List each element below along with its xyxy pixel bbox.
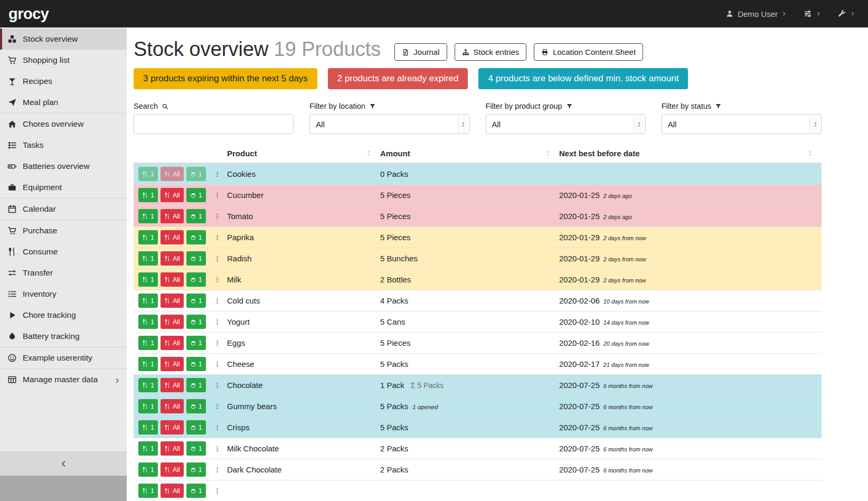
row-context-menu-button[interactable] <box>212 233 223 242</box>
sidebar-item-manage-master-data[interactable]: Manage master data <box>0 369 127 390</box>
row-context-menu-button[interactable] <box>212 318 223 326</box>
open-1-button[interactable]: 1 <box>186 462 206 477</box>
consume-1-button[interactable]: 1 <box>138 462 158 477</box>
banner-danger[interactable]: 2 products are already expired <box>328 68 468 89</box>
sidebar-item-shopping-list[interactable]: Shopping list <box>0 50 127 71</box>
consume-1-button[interactable]: 1 <box>138 378 158 392</box>
row-context-menu-button[interactable] <box>212 339 223 347</box>
filter-select[interactable]: All <box>309 114 469 134</box>
open-1-button[interactable]: 1 <box>186 230 206 244</box>
consume-1-button[interactable]: 1 <box>138 272 158 287</box>
consume-all-button[interactable]: All <box>161 294 184 308</box>
sidebar-item-tasks[interactable]: Tasks <box>0 135 127 156</box>
location-content-sheet-button[interactable]: Location Content Sheet <box>534 43 643 61</box>
consume-1-button[interactable]: 1 <box>138 251 158 266</box>
row-context-menu-button[interactable] <box>212 381 223 390</box>
filter-select[interactable]: All <box>486 114 646 134</box>
open-1-button[interactable]: 1 <box>186 209 206 223</box>
open-1-button[interactable]: 1 <box>186 484 206 498</box>
settings-menu[interactable] <box>804 10 821 18</box>
sidebar-item-equipment[interactable]: Equipment <box>0 177 127 198</box>
sidebar-item-example-userentity[interactable]: Example userentity <box>0 347 127 368</box>
consume-all-button[interactable]: All <box>161 441 184 456</box>
journal-button[interactable]: Journal <box>394 43 447 61</box>
consume-all-button[interactable]: All <box>161 230 184 244</box>
sidebar-item-stock-overview[interactable]: Stock overview <box>0 29 127 50</box>
consume-all-button[interactable]: All <box>161 209 184 223</box>
sidebar-item-purchase[interactable]: Purchase <box>0 220 127 241</box>
consume-all-button[interactable]: All <box>161 420 184 434</box>
row-context-menu-button[interactable] <box>212 212 223 221</box>
open-1-button[interactable]: 1 <box>186 167 206 181</box>
open-1-button[interactable]: 1 <box>186 251 206 266</box>
consume-1-button[interactable]: 1 <box>138 315 158 329</box>
banner-info[interactable]: 4 products are below defined min. stock … <box>478 68 688 89</box>
open-1-button[interactable]: 1 <box>186 420 206 434</box>
sidebar-collapse-button[interactable] <box>0 451 127 476</box>
open-1-button[interactable]: 1 <box>186 315 206 329</box>
row-context-menu-button[interactable] <box>212 487 223 495</box>
consume-all-button[interactable]: All <box>161 336 184 350</box>
sidebar-item-chore-tracking[interactable]: Chore tracking <box>0 305 127 326</box>
row-context-menu-button[interactable] <box>212 360 223 368</box>
open-1-button[interactable]: 1 <box>186 378 206 392</box>
column-date[interactable]: Next best before date <box>559 146 822 163</box>
consume-1-button[interactable]: 1 <box>138 399 158 413</box>
consume-1-button[interactable]: 1 <box>138 209 158 223</box>
consume-1-button[interactable]: 1 <box>138 441 158 456</box>
consume-all-button[interactable]: All <box>161 315 184 329</box>
sidebar-item-meal-plan[interactable]: Meal plan <box>0 92 127 113</box>
consume-1-button[interactable]: 1 <box>138 420 158 434</box>
consume-1-button[interactable]: 1 <box>138 294 158 308</box>
consume-all-button[interactable]: All <box>161 484 184 498</box>
stock-entries-button[interactable]: Stock entries <box>455 43 527 61</box>
consume-all-button[interactable]: All <box>161 462 184 477</box>
open-1-button[interactable]: 1 <box>186 272 206 287</box>
sidebar-item-chores-overview[interactable]: Chores overview <box>0 114 127 135</box>
open-1-button[interactable]: 1 <box>186 336 206 350</box>
row-context-menu-button[interactable] <box>212 297 223 305</box>
row-context-menu-button[interactable] <box>212 402 223 411</box>
consume-all-button[interactable]: All <box>161 378 184 392</box>
row-context-menu-button[interactable] <box>212 191 223 200</box>
consume-all-button[interactable]: All <box>161 251 184 266</box>
consume-all-button[interactable]: All <box>161 188 184 202</box>
sidebar-item-inventory[interactable]: Inventory <box>0 283 127 305</box>
utensils-icon <box>164 213 171 220</box>
sidebar-item-recipes[interactable]: Recipes <box>0 71 127 92</box>
row-context-menu-button[interactable] <box>212 466 223 474</box>
user-menu[interactable]: Demo User <box>725 10 787 18</box>
filter-select[interactable]: All <box>662 114 822 134</box>
consume-1-button[interactable]: 1 <box>138 357 158 371</box>
row-context-menu-button[interactable] <box>212 423 223 432</box>
row-context-menu-button[interactable] <box>212 276 223 284</box>
banner-warning[interactable]: 3 products expiring within the next 5 da… <box>134 68 317 89</box>
row-context-menu-button[interactable] <box>212 170 223 178</box>
consume-all-button[interactable]: All <box>161 399 184 413</box>
consume-1-button[interactable]: 1 <box>138 188 158 202</box>
consume-all-button[interactable]: All <box>161 167 184 181</box>
consume-all-button[interactable]: All <box>161 272 184 287</box>
column-product[interactable]: Product <box>227 146 380 163</box>
open-1-button[interactable]: 1 <box>186 294 206 308</box>
open-1-button[interactable]: 1 <box>186 441 206 456</box>
row-context-menu-button[interactable] <box>212 254 223 263</box>
admin-menu[interactable] <box>838 10 855 18</box>
consume-1-button[interactable]: 1 <box>138 484 158 498</box>
row-context-menu-button[interactable] <box>212 445 223 453</box>
consume-1-button[interactable]: 1 <box>138 167 158 181</box>
search-input[interactable] <box>134 114 294 134</box>
sidebar-item-calendar[interactable]: Calendar <box>0 198 127 220</box>
open-1-button[interactable]: 1 <box>186 399 206 413</box>
app-logo[interactable]: grocy <box>8 5 49 23</box>
open-1-button[interactable]: 1 <box>186 188 206 202</box>
consume-all-button[interactable]: All <box>161 357 184 371</box>
sidebar-item-battery-tracking[interactable]: Battery tracking <box>0 326 127 347</box>
consume-1-button[interactable]: 1 <box>138 336 158 350</box>
sidebar-item-batteries-overview[interactable]: Batteries overview <box>0 156 127 177</box>
consume-1-button[interactable]: 1 <box>138 230 158 244</box>
column-amount[interactable]: Amount <box>380 146 559 163</box>
sidebar-item-transfer[interactable]: Transfer <box>0 262 127 283</box>
open-1-button[interactable]: 1 <box>186 357 206 371</box>
sidebar-item-consume[interactable]: Consume <box>0 241 127 262</box>
